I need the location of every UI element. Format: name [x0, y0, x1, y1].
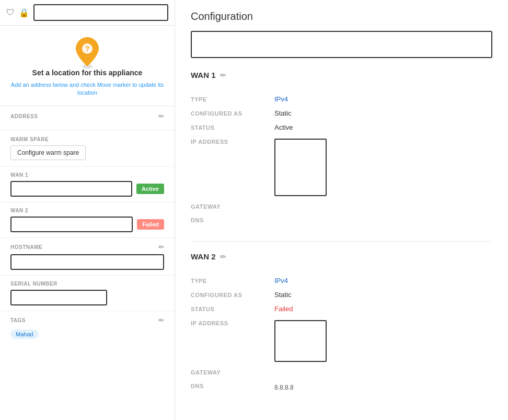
wan1-detail-table: TYPE IPv4 CONFIGURED AS Static STATUS Ac… — [191, 92, 492, 226]
wan2-configured-as-row: CONFIGURED AS Static — [191, 288, 492, 302]
wan1-config-section: WAN 1 ✏ TYPE IPv4 CONFIGURED AS Static S… — [191, 71, 492, 226]
wan1-gateway-label: GATEWAY — [191, 202, 274, 210]
section-divider — [191, 241, 492, 242]
config-title: Configuration — [191, 10, 492, 22]
wan1-status-value: Active — [274, 123, 293, 131]
address-edit-icon[interactable]: ✏ — [158, 112, 165, 120]
wan1-status-label: STATUS — [191, 123, 274, 131]
right-panel: Configuration WAN 1 ✏ TYPE IPv4 CONFIGUR… — [175, 0, 508, 420]
hostname-label: HOSTNAME ✏ — [10, 243, 164, 251]
config-search-box[interactable] — [191, 31, 492, 58]
wan1-configured-as-value: Static — [274, 109, 292, 117]
svg-text:?: ? — [85, 44, 90, 53]
wan2-ip-box — [274, 320, 327, 362]
wan1-configured-as-label: CONFIGURED AS — [191, 109, 274, 117]
tag-chip[interactable]: Mahad — [10, 330, 39, 339]
configure-warm-spare-button[interactable]: Configure warm spare — [10, 145, 86, 160]
wan1-config-edit-icon[interactable]: ✏ — [220, 71, 226, 80]
wan2-dns-label: DNS — [191, 382, 274, 389]
wan1-input[interactable] — [10, 181, 132, 197]
wan1-section-title: WAN 1 ✏ — [191, 71, 492, 84]
wan1-type-row: TYPE IPv4 — [191, 92, 492, 106]
wan2-configured-as-label: CONFIGURED AS — [191, 291, 274, 298]
serial-number-value — [10, 290, 107, 305]
wan2-gateway-row: GATEWAY — [191, 365, 492, 379]
wan2-status-row: STATUS Failed — [191, 302, 492, 316]
wan2-type-row: TYPE IPv4 — [191, 274, 492, 288]
wan1-ip-label: IP ADDRESS — [191, 138, 274, 145]
wan2-row: WAN 2 Failed — [0, 202, 175, 238]
wan1-row: WAN 1 Active — [0, 167, 175, 202]
wan1-label: WAN 1 — [10, 172, 164, 178]
left-panel: 🛡 🔒 ? Set a location for this appliance … — [0, 0, 175, 420]
wan2-section-title: WAN 2 ✏ — [191, 252, 492, 265]
wan2-label: WAN 2 — [10, 208, 164, 213]
location-section: ? Set a location for this appliance Add … — [0, 26, 175, 106]
wan1-status-row: STATUS Active — [191, 120, 492, 134]
location-pin-icon: ? — [74, 36, 101, 69]
wan2-gateway-label: GATEWAY — [191, 368, 274, 376]
wan1-ip-box — [274, 139, 327, 196]
wan2-type-label: TYPE — [191, 277, 274, 284]
wan2-badge: Failed — [137, 219, 164, 230]
wan2-detail-table: TYPE IPv4 CONFIGURED AS Static STATUS Fa… — [191, 274, 492, 394]
tags-section: TAGS ✏ Mahad — [0, 311, 175, 344]
warm-spare-section: WARM SPARE Configure warm spare — [0, 130, 175, 167]
tags-label: TAGS ✏ — [10, 316, 164, 324]
address-section: ADDRESS ✏ — [0, 106, 175, 130]
top-bar-search-input[interactable] — [33, 4, 168, 21]
wan1-dns-label: DNS — [191, 216, 274, 223]
address-label: ADDRESS ✏ — [10, 112, 164, 120]
location-title: Set a location for this appliance — [32, 69, 143, 77]
wan2-inner: Failed — [10, 217, 164, 232]
top-bar: 🛡 🔒 — [0, 0, 175, 26]
wan1-badge: Active — [136, 184, 164, 194]
wan2-ip-row: IP ADDRESS — [191, 316, 492, 365]
wan1-configured-as-row: CONFIGURED AS Static — [191, 106, 492, 120]
wan1-inner: Active — [10, 181, 164, 197]
wan2-config-edit-icon[interactable]: ✏ — [220, 253, 226, 261]
wan1-type-label: TYPE — [191, 95, 274, 103]
tags-edit-icon[interactable]: ✏ — [158, 316, 165, 324]
wan2-configured-as-value: Static — [274, 291, 292, 299]
wan2-input[interactable] — [10, 217, 133, 232]
wan2-dns-row: DNS 8.8.8.8 — [191, 379, 492, 394]
hostname-input[interactable] — [10, 254, 164, 270]
wan1-gateway-row: GATEWAY — [191, 199, 492, 213]
shield-icon: 🛡 — [6, 8, 15, 17]
hostname-edit-icon[interactable]: ✏ — [158, 243, 165, 251]
hostname-section: HOSTNAME ✏ — [0, 238, 175, 276]
wan2-status-value: Failed — [274, 305, 293, 313]
serial-number-section: SERIAL NUMBER — [0, 276, 175, 311]
wan1-ip-row: IP ADDRESS — [191, 134, 492, 199]
wan2-dns-value: 8.8.8.8 — [274, 384, 294, 391]
wan1-dns-row: DNS — [191, 213, 492, 226]
wan1-type-value: IPv4 — [274, 95, 288, 103]
serial-number-label: SERIAL NUMBER — [10, 281, 164, 287]
wan2-config-section: WAN 2 ✏ TYPE IPv4 CONFIGURED AS Static S… — [191, 252, 492, 394]
wan2-type-value: IPv4 — [274, 277, 288, 285]
location-subtitle: Add an address below and check Move mark… — [8, 81, 166, 97]
lock-icon: 🔒 — [19, 8, 29, 18]
wan2-status-label: STATUS — [191, 305, 274, 312]
warm-spare-label: WARM SPARE — [10, 137, 164, 142]
wan2-ip-label: IP ADDRESS — [191, 319, 274, 326]
